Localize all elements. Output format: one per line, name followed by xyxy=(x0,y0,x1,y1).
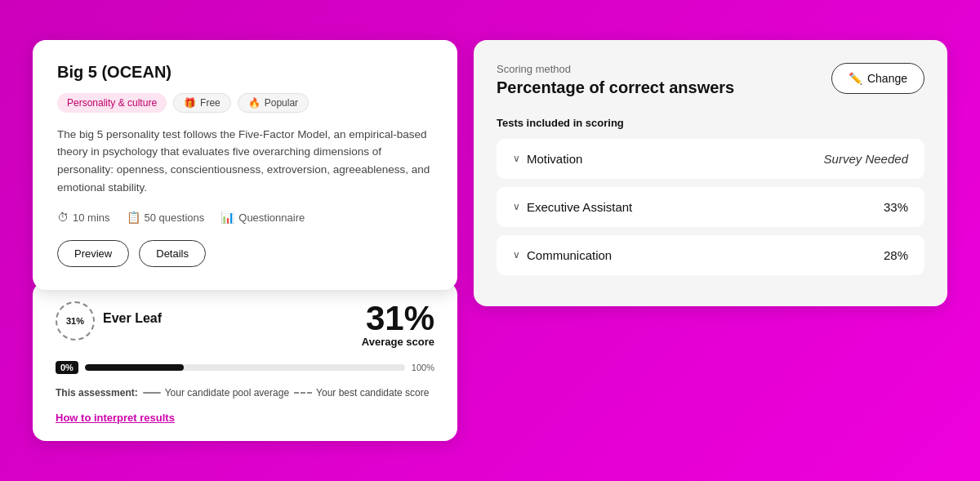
tag-popular-label: Popular xyxy=(265,97,298,109)
details-button[interactable]: Details xyxy=(139,240,206,267)
tag-personality-label: Personality & culture xyxy=(67,97,157,109)
legend-item-best: Your best candidate score xyxy=(294,387,429,399)
meta-time-label: 10 mins xyxy=(73,212,110,224)
how-to-link[interactable]: How to interpret results xyxy=(56,412,175,424)
score-header: 31% Ever Leaf 31% Average score xyxy=(56,301,434,348)
meta-type-label: Questionnaire xyxy=(238,212,305,224)
progress-section: 0% 100% xyxy=(56,361,434,374)
big5-title: Big 5 (OCEAN) xyxy=(57,63,433,82)
candidate-name: Ever Leaf xyxy=(103,301,162,326)
test-name-communication: Communication xyxy=(527,248,612,262)
meta-questions: 📋 50 questions xyxy=(127,211,205,224)
tag-personality: Personality & culture xyxy=(57,93,167,113)
meta-type: 📊 Questionnaire xyxy=(220,211,305,224)
score-card: 31% Ever Leaf 31% Average score 0% 100% xyxy=(33,282,457,441)
test-row-communication-left: ∨ Communication xyxy=(513,248,612,262)
legend-row: This assessment: Your candidate pool ave… xyxy=(56,387,434,399)
meta-row: ⏱ 10 mins 📋 50 questions 📊 Questionnaire xyxy=(57,211,433,224)
scoring-header: Scoring method Percentage of correct ans… xyxy=(497,63,924,97)
meta-questions-label: 50 questions xyxy=(145,212,205,224)
test-row-executive[interactable]: ∨ Executive Assistant 33% xyxy=(497,187,924,227)
doc-icon: 📋 xyxy=(127,211,140,224)
scoring-method-title: Percentage of correct answers xyxy=(497,78,734,97)
main-container: Big 5 (OCEAN) Personality & culture 🎁 Fr… xyxy=(0,24,980,457)
clock-icon: ⏱ xyxy=(57,211,69,224)
scoring-card: Scoring method Percentage of correct ans… xyxy=(474,40,947,306)
legend-best-label: Your best candidate score xyxy=(316,387,429,399)
progress-bar-fill xyxy=(85,364,185,371)
fire-icon: 🔥 xyxy=(248,97,261,109)
score-label: Average score xyxy=(362,336,434,348)
chevron-down-icon-motivation: ∨ xyxy=(513,153,520,164)
assessment-label: This assessment: xyxy=(56,387,138,399)
legend-solid-line xyxy=(143,392,161,394)
test-row-motivation[interactable]: ∨ Motivation Survey Needed xyxy=(497,139,924,179)
tags-row: Personality & culture 🎁 Free 🔥 Popular xyxy=(57,93,433,113)
progress-end-label: 100% xyxy=(412,363,434,372)
tests-included-label: Tests included in scoring xyxy=(497,117,924,129)
tag-free: 🎁 Free xyxy=(173,93,231,113)
scoring-method-label: Scoring method xyxy=(497,63,734,75)
preview-button[interactable]: Preview xyxy=(57,240,129,267)
change-button[interactable]: ✏️ Change xyxy=(831,63,924,94)
tag-free-label: Free xyxy=(200,97,220,109)
legend-dashed-line xyxy=(294,392,312,394)
left-column: Big 5 (OCEAN) Personality & culture 🎁 Fr… xyxy=(33,40,457,441)
big5-description: The big 5 personality test follows the F… xyxy=(57,126,433,196)
big5-card: Big 5 (OCEAN) Personality & culture 🎁 Fr… xyxy=(33,40,457,290)
chevron-down-icon-executive: ∨ xyxy=(513,201,520,212)
change-button-label: Change xyxy=(867,72,907,85)
edit-icon: ✏️ xyxy=(849,72,862,85)
score-big-number: 31% xyxy=(362,301,434,336)
progress-bar-row: 0% 100% xyxy=(56,361,434,374)
chevron-down-icon-communication: ∨ xyxy=(513,249,520,261)
progress-start-label: 0% xyxy=(56,361,78,374)
test-row-motivation-left: ∨ Motivation xyxy=(513,152,582,166)
action-row: Preview Details xyxy=(57,240,433,267)
test-name-executive: Executive Assistant xyxy=(527,200,632,214)
test-row-communication[interactable]: ∨ Communication 28% xyxy=(497,235,924,275)
progress-bar-track xyxy=(85,364,405,371)
chart-icon: 📊 xyxy=(220,211,234,224)
gift-icon: 🎁 xyxy=(184,97,196,109)
test-score-executive: 33% xyxy=(884,200,908,214)
legend-pool-label: Your candidate pool average xyxy=(165,387,289,399)
test-name-motivation: Motivation xyxy=(527,152,582,166)
test-row-executive-left: ∨ Executive Assistant xyxy=(513,200,632,214)
test-score-communication: 28% xyxy=(884,248,908,262)
tag-popular: 🔥 Popular xyxy=(238,93,309,113)
test-score-motivation: Survey Needed xyxy=(824,152,908,166)
score-badge: 31% xyxy=(56,301,95,341)
scoring-method-block: Scoring method Percentage of correct ans… xyxy=(497,63,734,97)
legend-item-pool: Your candidate pool average xyxy=(143,387,289,399)
score-display: 31% Average score xyxy=(362,301,434,348)
score-badge-container: 31% xyxy=(56,301,95,341)
meta-time: ⏱ 10 mins xyxy=(57,211,110,224)
